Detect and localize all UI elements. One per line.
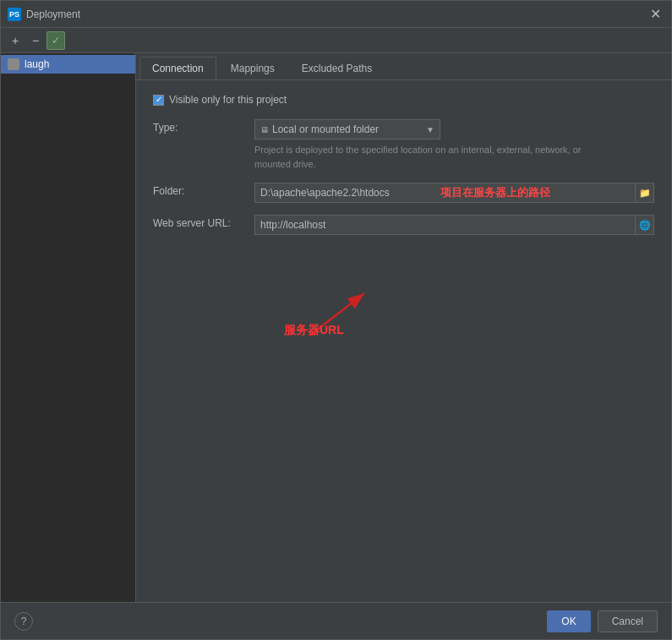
server-icon [8, 58, 19, 70]
type-select-value: Local or mounted folder [272, 123, 423, 135]
web-server-url-input[interactable] [255, 216, 635, 234]
folder-browse-button[interactable]: 📁 [635, 183, 653, 202]
sidebar: laugh [1, 53, 136, 602]
arrow-annotation: 服务器URL [284, 276, 385, 347]
title-bar: PS Deployment ✕ [1, 1, 671, 28]
tab-connection[interactable]: Connection [139, 57, 216, 79]
folder-field: 📁 项目在服务器上的路径 [254, 183, 654, 203]
url-annotation-text: 服务器URL [284, 323, 344, 338]
type-row: Type: 🖥 Local or mounted folder ▼ Projec… [153, 119, 654, 171]
tab-mappings[interactable]: Mappings [218, 57, 287, 79]
dialog-title: Deployment [26, 8, 80, 20]
type-field: 🖥 Local or mounted folder ▼ Project is d… [254, 119, 654, 171]
check-button[interactable]: ✓ [46, 31, 65, 50]
add-button[interactable]: + [6, 31, 25, 50]
sidebar-item-label: laugh [25, 58, 49, 70]
type-select-icon: 🖥 [260, 125, 269, 134]
panel-content: ✓ Visible only for this project Type: 🖥 … [136, 80, 671, 602]
type-dropdown-arrow: ▼ [426, 125, 434, 134]
folder-row: Folder: 📁 项目在服务器上的路径 [153, 183, 654, 203]
dialog-buttons: OK Cancel [547, 610, 658, 632]
url-input-wrapper: 🌐 [254, 215, 654, 235]
sidebar-item-laugh[interactable]: laugh [1, 55, 135, 74]
close-button[interactable]: ✕ [647, 6, 664, 23]
visible-only-row: ✓ Visible only for this project [153, 94, 654, 106]
type-label: Type: [153, 119, 254, 134]
visible-only-label: Visible only for this project [169, 94, 287, 106]
right-panel: Connection Mappings Excluded Paths ✓ Vis… [136, 53, 671, 602]
content-area: laugh Connection Mappings Excluded Paths… [1, 53, 671, 602]
title-bar-left: PS Deployment [8, 8, 80, 21]
web-server-url-label: Web server URL: [153, 215, 254, 229]
app-icon: PS [8, 8, 21, 21]
ok-button[interactable]: OK [547, 610, 590, 632]
help-button[interactable]: ? [14, 612, 33, 631]
type-description: Project is deployed to the specified loc… [254, 143, 593, 171]
web-server-url-field: 🌐 [254, 215, 654, 235]
folder-annotation: 项目在服务器上的路径 [440, 185, 550, 200]
web-server-url-row: Web server URL: 🌐 [153, 215, 654, 235]
toolbar: + − ✓ [1, 28, 671, 53]
check-mark: ✓ [156, 96, 162, 104]
deployment-dialog: PS Deployment ✕ + − ✓ laugh Connection M… [0, 0, 672, 640]
url-icon-button[interactable]: 🌐 [635, 216, 653, 234]
tab-excluded-paths[interactable]: Excluded Paths [289, 57, 385, 79]
type-select[interactable]: 🖥 Local or mounted folder ▼ [254, 119, 440, 139]
cancel-button[interactable]: Cancel [598, 610, 658, 632]
tabs: Connection Mappings Excluded Paths [136, 53, 671, 80]
bottom-bar: ? OK Cancel [1, 602, 671, 639]
folder-label: Folder: [153, 183, 254, 197]
remove-button[interactable]: − [26, 31, 45, 50]
visible-only-checkbox[interactable]: ✓ [153, 95, 164, 106]
